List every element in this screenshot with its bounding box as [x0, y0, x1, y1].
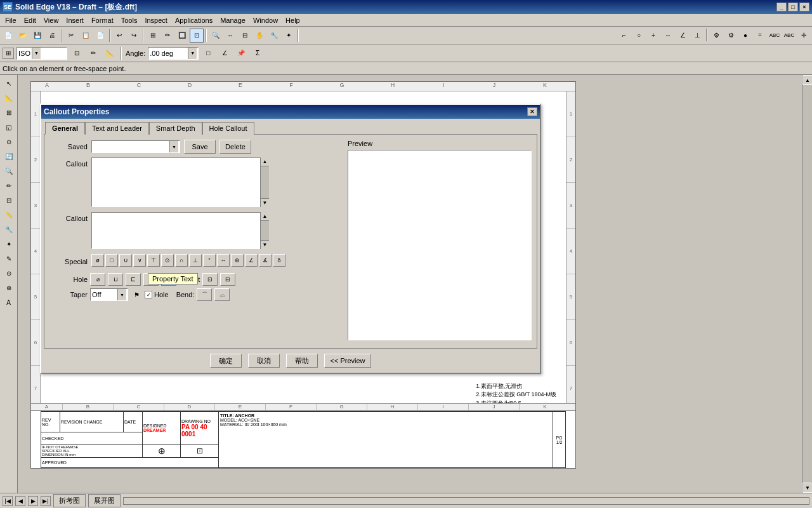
rtb-dot[interactable]: ●	[738, 29, 752, 43]
tb2-pin[interactable]: 📌	[234, 46, 248, 60]
taper-icon-btn[interactable]: ⚑	[131, 289, 142, 300]
redo-button[interactable]: ↪	[127, 29, 141, 43]
ta2-scroll-body[interactable]	[261, 221, 269, 240]
scroll-up-btn[interactable]: ▲	[802, 75, 812, 85]
tb-btn2[interactable]: ✏	[160, 29, 174, 43]
tb-btn1[interactable]: ⊞	[146, 29, 160, 43]
hole-checkbox[interactable]: ✓	[145, 291, 152, 298]
rtb-gear2[interactable]: ⚙	[724, 29, 738, 43]
sc-diameter[interactable]: ø	[91, 254, 104, 267]
ta2-scroll-up[interactable]: ▲	[261, 212, 269, 221]
lt-btn14[interactable]: ⊕	[2, 281, 16, 295]
ta1-scroll-down[interactable]: ▼	[261, 198, 269, 207]
cut-button[interactable]: ✂	[64, 29, 78, 43]
lt-btn6[interactable]: 🔍	[2, 164, 16, 178]
nav-prev[interactable]: ◀	[15, 496, 25, 506]
rtb-gear1[interactable]: ⚙	[709, 29, 723, 43]
lt-btn1[interactable]: 📐	[2, 91, 16, 105]
lt-btn9[interactable]: 📏	[2, 208, 16, 222]
hole-btn3[interactable]: ⊏	[126, 273, 141, 286]
angle-arrow[interactable]: ▼	[188, 48, 197, 59]
open-button[interactable]: 📂	[16, 29, 30, 43]
preview-button[interactable]: << Preview	[324, 354, 370, 368]
ta1-scroll-up[interactable]: ▲	[261, 157, 269, 166]
print-button[interactable]: 🖨	[45, 29, 59, 43]
nav-last[interactable]: ▶|	[41, 496, 51, 506]
paste-button[interactable]: 📄	[93, 29, 107, 43]
rtb-plus[interactable]: +	[646, 29, 660, 43]
callout-textarea1[interactable]	[91, 157, 269, 207]
tb2-btn3[interactable]: 📐	[103, 46, 117, 60]
sc-perp[interactable]: ⊥	[189, 254, 202, 267]
tb-btn3[interactable]: 🔲	[175, 29, 189, 43]
delete-callout-button[interactable]: Delete	[219, 140, 251, 154]
iso-dropdown[interactable]: ISO ▼	[16, 47, 67, 60]
menu-inspect[interactable]: Inspect	[141, 15, 171, 25]
rtb-abc1[interactable]: ABC	[768, 29, 782, 43]
scroll-body[interactable]	[802, 85, 812, 483]
nav-first[interactable]: |◀	[3, 496, 13, 506]
scroll-down-btn[interactable]: ▼	[802, 483, 812, 493]
zoom-window-btn[interactable]: ⊟	[238, 29, 252, 43]
menu-view[interactable]: View	[40, 15, 63, 25]
lt-btn4[interactable]: ⊙	[2, 135, 16, 149]
minimize-button[interactable]: _	[776, 3, 787, 11]
lt-btn15[interactable]: A	[2, 295, 16, 309]
angle-dropdown[interactable]: .00 deg ▼	[148, 47, 199, 60]
ok-button[interactable]: 确定	[210, 354, 242, 368]
bend-btn2[interactable]: ⌓	[214, 288, 230, 301]
saved-dropdown-arrow[interactable]: ▼	[169, 141, 178, 152]
rtb-angle[interactable]: ∠	[676, 29, 690, 43]
save-button[interactable]: 💾	[30, 29, 44, 43]
hole-btn2[interactable]: ⊔	[108, 273, 123, 286]
new-button[interactable]: 📄	[1, 29, 15, 43]
tb-wrench[interactable]: 🔧	[267, 29, 281, 43]
hole-btn1[interactable]: ⌀	[90, 273, 105, 286]
menu-insert[interactable]: Insert	[62, 15, 88, 25]
tab-unfold[interactable]: 展开图	[88, 494, 121, 507]
sc-top[interactable]: ⊤	[147, 254, 160, 267]
sc-leftrightarrow[interactable]: ↔	[217, 254, 230, 267]
zoom-btn[interactable]: 🔍	[209, 29, 223, 43]
bend-btn1[interactable]: ⌒	[197, 288, 212, 301]
sc-circlestar[interactable]: ⊛	[231, 254, 244, 267]
tab-hole-callout[interactable]: Hole Callout	[202, 122, 254, 135]
lt-btn12[interactable]: ✎	[2, 251, 16, 265]
menu-applications[interactable]: Applications	[171, 15, 216, 25]
menu-file[interactable]: File	[1, 15, 20, 25]
menu-manage[interactable]: Manage	[216, 15, 249, 25]
lt-btn5[interactable]: 🔄	[2, 149, 16, 163]
menu-tools[interactable]: Tools	[117, 15, 141, 25]
tab-text-leader[interactable]: Text and Leader	[85, 122, 149, 135]
callout-close-button[interactable]: ✕	[527, 107, 537, 116]
nav-next[interactable]: ▶	[28, 496, 38, 506]
ta2-scroll-down[interactable]: ▼	[261, 240, 269, 249]
sc-circle-dot[interactable]: ⊙	[161, 254, 174, 267]
tb2-btn2[interactable]: ✏	[86, 46, 100, 60]
tb2-square[interactable]: □	[201, 46, 215, 60]
rtb-abc2[interactable]: ABC	[782, 29, 796, 43]
iso-arrow[interactable]: ▼	[32, 48, 41, 59]
save-callout-button[interactable]: Save	[184, 140, 216, 154]
rtb-eq[interactable]: =	[753, 29, 767, 43]
menu-window[interactable]: Window	[249, 15, 282, 25]
help-button[interactable]: 帮助	[286, 354, 318, 368]
bottom-scrollbar[interactable]	[123, 497, 809, 505]
sc-angle1[interactable]: ∠	[245, 254, 258, 267]
cancel-button[interactable]: 取消	[248, 354, 280, 368]
rtb-t[interactable]: ⊥	[690, 29, 704, 43]
tb-btn4[interactable]: ⊡	[190, 29, 204, 43]
tb2-angle-btn[interactable]: ∠	[218, 46, 232, 60]
sc-wedge[interactable]: ∨	[133, 254, 146, 267]
taper-arrow[interactable]: ▼	[117, 289, 126, 300]
callout-textarea2[interactable]	[91, 212, 269, 249]
sc-square[interactable]: □	[105, 254, 118, 267]
sc-cap[interactable]: ∩	[175, 254, 188, 267]
lt-btn2[interactable]: ⊞	[2, 105, 16, 119]
menu-format[interactable]: Format	[88, 15, 117, 25]
sc-delta[interactable]: δ	[273, 254, 285, 267]
lt-btn7[interactable]: ✏	[2, 178, 16, 192]
tb-star[interactable]: ✦	[282, 29, 296, 43]
smart-btn1[interactable]: ⊡	[202, 273, 218, 286]
tb2-sum[interactable]: Σ	[251, 46, 265, 60]
